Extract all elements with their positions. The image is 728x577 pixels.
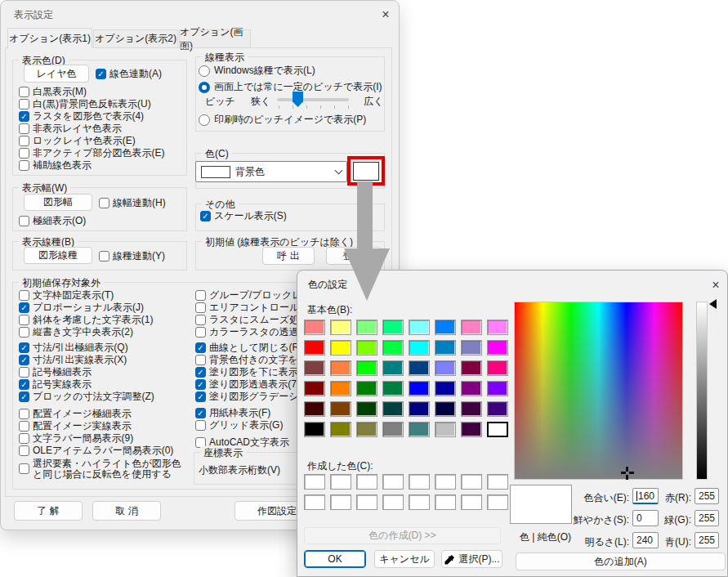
checkbox-row[interactable]: 選択要素・ハイライト色が図形色と同じ場合に反転色を使用する: [19, 458, 190, 480]
checkbox-row[interactable]: 背景色付きの文字を: [195, 354, 298, 366]
basic-color-swatch[interactable]: [304, 422, 325, 437]
basic-color-swatch[interactable]: [356, 320, 377, 335]
cancel-button[interactable]: 取 消: [92, 501, 161, 521]
basic-color-swatch[interactable]: [356, 401, 377, 417]
recall-button[interactable]: 呼 出: [262, 247, 315, 265]
luminance-slider-arrow[interactable]: [709, 299, 717, 309]
basic-color-swatch[interactable]: [461, 401, 482, 417]
basic-color-swatch[interactable]: [461, 360, 482, 376]
custom-color-swatch[interactable]: [382, 494, 404, 510]
basic-color-swatch[interactable]: [382, 401, 404, 417]
basic-color-swatch[interactable]: [409, 320, 430, 335]
shape-width-button[interactable]: 図形幅: [24, 194, 92, 211]
basic-color-swatch[interactable]: [382, 381, 404, 396]
tab-options-display2[interactable]: オプション(表示2): [93, 29, 178, 48]
custom-color-swatch[interactable]: [304, 474, 325, 490]
basic-color-swatch[interactable]: [409, 381, 430, 396]
checkbox-row[interactable]: 白(黒)背景同色反転表示(U): [19, 98, 151, 110]
close-icon[interactable]: ×: [706, 275, 726, 295]
ok-button[interactable]: 了 解: [14, 501, 83, 521]
custom-color-swatch[interactable]: [435, 474, 456, 490]
checkbox-scale-display[interactable]: スケール表示(S): [200, 210, 287, 222]
green-field[interactable]: 255: [695, 510, 719, 526]
basic-color-swatch[interactable]: [382, 360, 404, 376]
checkbox-row[interactable]: 斜体を考慮した文字表示(1): [19, 314, 154, 326]
checkbox-row[interactable]: OLEアイテムラバー簡易表示(0): [19, 445, 173, 457]
custom-color-swatch[interactable]: [304, 494, 325, 510]
custom-color-swatch[interactable]: [487, 494, 508, 510]
pitch-slider-track[interactable]: [277, 98, 349, 101]
basic-color-swatch[interactable]: [330, 381, 351, 396]
basic-color-swatch[interactable]: [330, 401, 351, 417]
checkbox-row[interactable]: 補助線色表示: [19, 159, 92, 172]
basic-color-swatch[interactable]: [304, 340, 325, 356]
custom-color-swatch[interactable]: [461, 494, 482, 510]
basic-color-swatch[interactable]: [487, 381, 508, 396]
radio-windows-linetype[interactable]: Windows線種で表示(L): [199, 65, 315, 77]
basic-color-swatch-selected[interactable]: [487, 422, 508, 437]
checkbox-row[interactable]: 縦書き文字中央表示(2): [19, 326, 133, 338]
basic-color-swatch[interactable]: [435, 320, 456, 335]
checkbox-row[interactable]: 記号実線表示: [19, 378, 92, 391]
shape-linetype-button[interactable]: 図形線種: [24, 247, 92, 264]
checkbox-row[interactable]: 寸法/引出実線表示(X): [19, 354, 127, 366]
basic-color-swatch[interactable]: [356, 360, 377, 376]
basic-color-swatch[interactable]: [487, 320, 508, 335]
radio-fixed-pitch[interactable]: 画面上では常に一定のピッチで表示(I): [199, 81, 382, 93]
basic-color-swatch[interactable]: [330, 340, 351, 356]
red-field[interactable]: 255: [695, 488, 719, 504]
basic-color-swatch[interactable]: [487, 340, 508, 356]
basic-color-swatch[interactable]: [409, 422, 430, 437]
layer-color-button[interactable]: レイヤ色: [24, 65, 89, 83]
checkbox-row[interactable]: 配置イメージ実線表示: [19, 420, 132, 432]
checkbox-row[interactable]: 文字ラバー簡易表示(9): [19, 432, 133, 445]
custom-color-swatch[interactable]: [330, 494, 351, 510]
checkbox-line-width-link[interactable]: 線幅連動(H): [99, 197, 166, 209]
basic-color-swatch[interactable]: [330, 320, 351, 335]
checkbox-row[interactable]: 白黒表示(M): [19, 86, 87, 98]
basic-color-swatch[interactable]: [435, 401, 456, 417]
checkbox-row[interactable]: 曲線として閉じる(R): [195, 342, 302, 354]
basic-color-swatch[interactable]: [409, 340, 430, 356]
basic-color-swatch[interactable]: [435, 360, 456, 376]
custom-color-swatch[interactable]: [356, 494, 377, 510]
basic-color-swatch[interactable]: [461, 422, 482, 437]
basic-color-swatch[interactable]: [330, 360, 351, 376]
basic-color-swatch[interactable]: [461, 320, 482, 335]
custom-color-swatch[interactable]: [382, 474, 404, 490]
basic-color-swatch[interactable]: [382, 422, 404, 437]
checkbox-row[interactable]: 塗り図形透過表示(7): [195, 378, 300, 391]
basic-color-swatch[interactable]: [461, 340, 482, 356]
basic-color-swatch[interactable]: [304, 320, 325, 335]
basic-color-swatch[interactable]: [330, 422, 351, 437]
ok-button[interactable]: OK: [304, 550, 366, 568]
basic-color-swatch[interactable]: [435, 340, 456, 356]
tab-options-display1[interactable]: オプション(表示1): [7, 28, 92, 48]
hue-saturation-field[interactable]: [514, 302, 683, 480]
checkbox-row[interactable]: 記号極細表示: [19, 366, 92, 378]
cancel-button[interactable]: キャンセル: [374, 550, 435, 568]
pick-color-button[interactable]: 選択(P)...: [441, 550, 502, 568]
basic-color-swatch[interactable]: [487, 360, 508, 376]
checkbox-line-color-link[interactable]: 線色連動(A): [96, 68, 162, 80]
checkbox-linetype-link[interactable]: 線種連動(Y): [99, 250, 165, 262]
basic-color-swatch[interactable]: [461, 381, 482, 396]
basic-color-swatch[interactable]: [435, 381, 456, 396]
checkbox-row[interactable]: ブロックの寸法文字調整(Z): [19, 391, 154, 403]
checkbox-row[interactable]: ロックレイヤ色表示(E): [19, 135, 136, 147]
checkbox-row[interactable]: 用紙枠表示(F): [195, 407, 270, 419]
basic-color-swatch[interactable]: [382, 340, 404, 356]
close-icon[interactable]: ×: [375, 4, 396, 25]
checkbox-row[interactable]: 非表示レイヤ色表示: [19, 123, 122, 135]
custom-color-swatch[interactable]: [461, 474, 482, 490]
radio-print-pitch[interactable]: 印刷時のピッチイメージで表示(P): [199, 114, 366, 126]
custom-color-swatch[interactable]: [409, 494, 430, 510]
basic-color-swatch[interactable]: [304, 401, 325, 417]
checkbox-row[interactable]: 塗り図形を下に表示(: [195, 366, 301, 378]
checkbox-row[interactable]: 寸法/引出極細表示(Q): [19, 342, 128, 354]
color-swatch-button[interactable]: [353, 162, 379, 181]
basic-color-swatch[interactable]: [356, 381, 377, 396]
basic-color-swatch[interactable]: [356, 422, 377, 437]
basic-color-swatch[interactable]: [304, 360, 325, 376]
checkbox-hairline[interactable]: 極細表示(O): [19, 215, 86, 227]
